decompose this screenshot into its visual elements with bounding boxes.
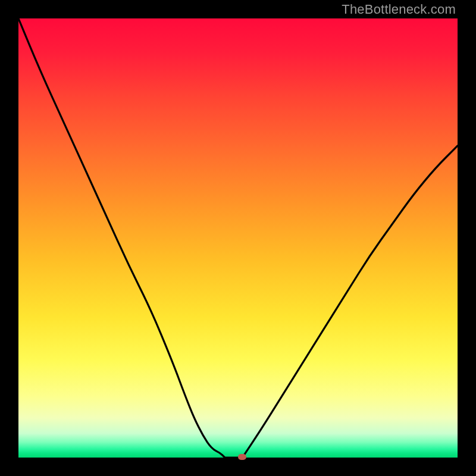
gradient-plot-area <box>18 18 458 458</box>
watermark-text: TheBottleneck.com <box>342 2 456 17</box>
bottleneck-curve <box>18 18 458 458</box>
curve-path <box>18 18 458 458</box>
minimum-marker-icon <box>238 454 246 460</box>
chart-frame: TheBottleneck.com <box>0 0 476 476</box>
